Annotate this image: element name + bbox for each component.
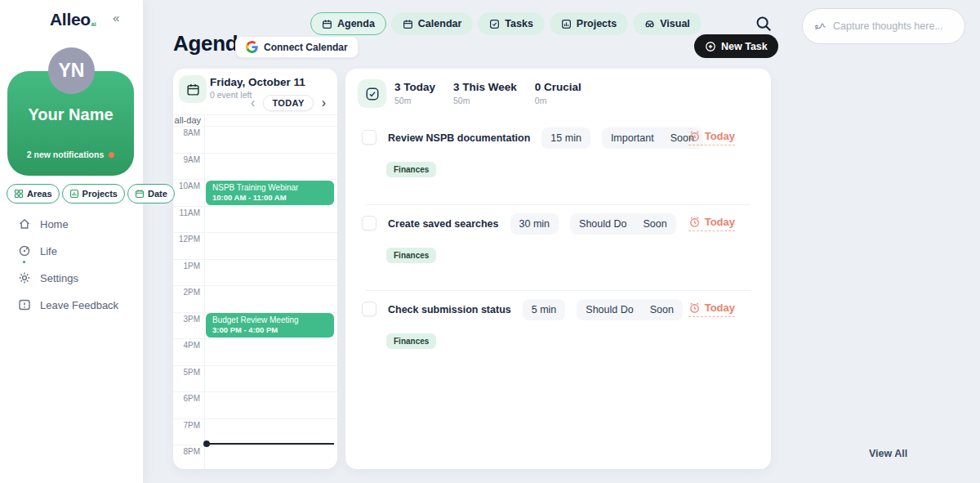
priority-pill: Should Do Soon [577,299,683,320]
task-checkbox[interactable] [362,130,376,145]
summary-label: 3 Today [394,81,435,93]
urgency-label: Soon [650,304,674,315]
view-all-link[interactable]: View All [869,448,907,459]
calendar-event[interactable]: Budget Review Meeting 3:00 PM - 4:00 PM [206,313,334,338]
task-tag: Finances [386,248,436,263]
tasks-summary: 3 Today 50m 3 This Week 50m 0 Crucial 0m [394,81,581,105]
calendar-nav: ‹ TODAY › [249,95,327,111]
app-logo: Alleo ai [50,10,96,29]
tab-label: Calendar [418,18,462,29]
due-date-chip[interactable]: Today [688,130,735,145]
summary-this-week: 3 This Week 50m [453,81,517,105]
notifications-link[interactable]: 2 new notifications [7,150,134,159]
scribble-icon [814,20,826,33]
task-row: Review NSPB documentation 15 min Importa… [345,119,771,205]
sidebar-item-label: Home [40,218,69,230]
urgency-label: Soon [643,218,666,230]
user-name: Your Name [7,105,134,124]
hour-label: 6PM [173,394,200,403]
due-label: Today [705,130,735,142]
tab-projects[interactable]: Projects [550,12,628,35]
tab-visual[interactable]: Visual [633,12,702,35]
prev-day-icon[interactable]: ‹ [249,96,256,110]
today-button[interactable]: TODAY [263,95,313,111]
summary-crucial: 0 Crucial 0m [535,81,581,105]
calendar-icon [403,19,413,29]
tab-calendar[interactable]: Calendar [391,12,474,35]
task-main: Check submission status 5 min Should Do … [388,299,648,320]
search-icon[interactable] [755,15,773,33]
filter-label: Projects [82,189,118,199]
avatar[interactable]: YN [48,47,95,94]
hour-label: 5PM [173,368,200,377]
gear-icon [18,271,31,284]
duration-pill: 30 min [510,213,559,235]
target-icon [18,244,31,257]
filter-areas[interactable]: Areas [7,184,60,203]
filter-label: Areas [27,189,52,199]
duration-pill: 15 min [541,127,590,149]
hour-rows [173,127,337,469]
task-checkbox[interactable] [362,302,376,316]
connect-calendar-button[interactable]: Connect Calendar [235,36,359,58]
task-tag: Finances [386,162,436,177]
areas-grid-icon [14,189,24,199]
alarm-clock-icon [688,302,701,314]
sidebar-item-leave-feedback[interactable]: Leave Feedback [18,297,118,313]
tab-tasks[interactable]: Tasks [478,12,545,35]
task-main: Create saved searches 30 min Should Do S… [388,213,648,235]
task-main: Review NSPB documentation 15 min Importa… [388,127,648,149]
task-row: Create saved searches 30 min Should Do S… [345,205,771,291]
sidebar-collapse-icon[interactable]: « [109,9,122,26]
sidebar-filters: Areas Projects Date [7,184,175,203]
priority-pill: Should Do Soon [570,213,676,235]
logo-text: Alleo [50,10,91,29]
tab-label: Projects [577,18,617,29]
event-time: 10:00 AM - 11:00 AM [212,193,327,202]
due-date-chip[interactable]: Today [688,216,735,231]
hour-label: 7PM [173,421,200,430]
hour-label: 12PM [173,235,200,244]
event-title: NSPB Training Webinar [212,183,327,192]
tab-agenda[interactable]: Agenda [310,12,386,35]
hour-label: 4PM [173,341,200,350]
due-label: Today [705,302,735,314]
sidebar-item-life[interactable]: Life [18,243,118,259]
agenda-icon [322,19,332,29]
summary-today: 3 Today 50m [394,81,435,105]
task-title[interactable]: Check submission status [388,304,511,315]
new-task-label: New Task [721,41,768,52]
event-title: Budget Review Meeting [212,315,327,324]
calendar-event[interactable]: NSPB Training Webinar 10:00 AM - 11:00 A… [206,181,334,205]
all-day-label: all-day [173,114,201,127]
projects-chart-icon [69,189,79,199]
all-day-row: all-day [173,114,337,127]
summary-time: 50m [453,96,517,105]
filter-projects[interactable]: Projects [62,184,125,203]
task-title[interactable]: Review NSPB documentation [388,132,530,144]
check-square-icon [365,87,380,101]
sidebar-item-settings[interactable]: Settings [18,270,118,286]
sidebar: Alleo ai « Your Name 2 new notifications… [0,0,143,483]
task-title[interactable]: Create saved searches [388,218,499,230]
life-indicator-dot [23,261,25,263]
capture-thoughts-input[interactable] [833,20,955,32]
connect-calendar-label: Connect Calendar [264,42,348,53]
new-task-button[interactable]: New Task [694,34,778,58]
day-grid: all-day 8AM 9AM 10AM 11AM 12PM 1PM 2PM 3… [173,114,337,469]
next-day-icon[interactable]: › [320,96,327,110]
notification-dot-icon [109,152,114,158]
calendar-date-title: Friday, October 11 [210,76,305,88]
notifications-text: 2 new notifications [27,150,105,159]
due-label: Today [705,216,735,228]
summary-label: 0 Crucial [535,81,581,93]
duration-pill: 5 min [523,299,566,320]
sidebar-menu: Home Life Settings Leave Feedback [18,216,118,324]
sidebar-item-home[interactable]: Home [18,216,118,232]
filter-date[interactable]: Date [127,184,175,203]
summary-time: 0m [535,96,581,105]
due-date-chip[interactable]: Today [688,302,735,317]
task-checkbox[interactable] [362,216,376,230]
events-left-text: 0 event left [210,90,252,100]
hour-label: 8PM [173,447,200,456]
